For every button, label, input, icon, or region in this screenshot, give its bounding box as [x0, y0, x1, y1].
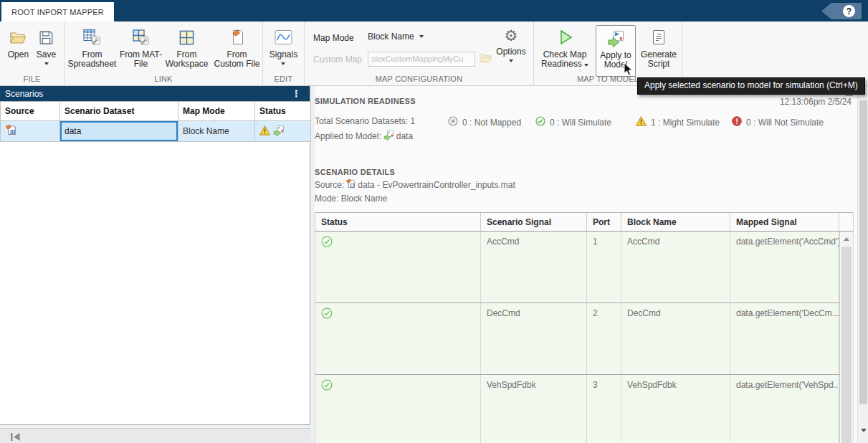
help-button[interactable]: ? [821, 3, 862, 19]
will-simulate-count: 0 : Will Simulate [535, 116, 611, 128]
signal-mapping-table: Status Scenario Signal Port Block Name M… [315, 212, 853, 443]
window-scrollbar-thumb[interactable] [859, 100, 867, 404]
applied-to-model-row: Applied to Model: data [315, 130, 413, 143]
details-source-row: Source: data - EvPowertrainController_in… [315, 178, 515, 191]
mat-file-link-icon [132, 27, 149, 48]
signals-dropdown-arrow[interactable] [281, 62, 285, 65]
simulation-readiness-title: SIMULATION READINESS [315, 97, 416, 105]
table-row[interactable]: DecCmd 2 DecCmd data.getElement('DecCm..… [315, 303, 853, 375]
options-button[interactable]: ⚙ Options [492, 27, 530, 62]
col-map-mode: Map Mode [178, 102, 255, 121]
might-simulate-icon [636, 116, 647, 128]
group-map-to-model: Check Map Readiness Apply to Model Gener… [534, 22, 682, 85]
from-custom-file-button[interactable]: From Custom File [211, 25, 262, 69]
check-circle-icon [321, 239, 333, 249]
scenario-details-title: SCENARIO DETAILS [315, 168, 395, 176]
open-button[interactable]: Open [8, 25, 29, 59]
generate-script-label: Generate Script [638, 50, 679, 69]
applied-to-model-status-icon [273, 125, 285, 138]
will-simulate-icon [535, 116, 545, 128]
custom-map-label: Custom Map [313, 54, 362, 65]
open-folder-icon [9, 27, 27, 48]
map-mode-dropdown-arrow [419, 35, 424, 38]
options-dropdown-arrow[interactable] [509, 59, 513, 62]
might-simulate-count: 1 : Might Simulate [636, 116, 720, 128]
panel-bottom-bar [0, 428, 311, 443]
section-label-edit: EDIT [263, 75, 304, 83]
group-link: From Spreadsheet From MAT-File From Work… [65, 22, 263, 85]
window-scrollbar[interactable] [857, 86, 868, 443]
run-check-icon [555, 27, 574, 48]
scroll-down-icon[interactable] [858, 424, 868, 436]
not-mapped-count: 0 : Not Mapped [448, 116, 521, 128]
scenario-dataset-cell[interactable]: data [60, 121, 178, 142]
table-scrollbar-thumb[interactable] [841, 247, 852, 443]
apply-to-model-icon [607, 27, 625, 49]
mat-source-icon-small [345, 178, 356, 191]
save-icon [39, 27, 54, 48]
collapse-panel-icon[interactable] [10, 432, 21, 443]
will-not-simulate-icon [732, 116, 742, 128]
warning-icon [259, 125, 270, 138]
help-icon: ? [843, 5, 855, 17]
group-file: Open Save FILE [0, 22, 65, 85]
timestamp: 12:13:06pm 2/5/24 [780, 97, 852, 107]
save-dropdown-arrow[interactable] [44, 62, 49, 65]
gear-icon: ⚙ [505, 27, 518, 45]
col-status: Status [315, 213, 481, 231]
col-scrollbar-spacer [839, 213, 854, 231]
from-spreadsheet-button[interactable]: From Spreadsheet [65, 25, 120, 69]
spreadsheet-link-icon [83, 27, 100, 48]
check-map-readiness-label: Check Map Readiness [539, 50, 591, 69]
check-map-readiness-button[interactable]: Check Map Readiness [535, 25, 595, 69]
tooltip: Apply selected scenario to model for sim… [637, 77, 865, 95]
panel-menu-icon[interactable]: ⋮ [292, 88, 301, 99]
from-mat-file-label: From MAT-File [120, 50, 162, 69]
col-block-name: Block Name [621, 213, 730, 231]
mapping-table-header: Status Scenario Signal Port Block Name M… [315, 212, 853, 232]
group-edit: Signals EDIT [263, 22, 305, 85]
table-row[interactable]: AccCmd 1 AccCmd data.getElement('AccCmd'… [315, 232, 853, 303]
mouse-cursor [624, 62, 634, 80]
section-label-link: LINK [65, 75, 262, 83]
col-source: Source [1, 102, 60, 121]
col-scenario-dataset: Scenario Dataset [60, 102, 178, 121]
col-status: Status [255, 102, 311, 121]
signals-wave-icon [275, 27, 292, 48]
table-row[interactable]: VehSpdFdbk 3 VehSpdFdbk data.getElement(… [315, 375, 853, 443]
scenario-source-cell[interactable] [1, 121, 60, 142]
from-mat-file-button[interactable]: From MAT-File [120, 25, 162, 69]
table-scrollbar[interactable] [839, 232, 853, 443]
from-spreadsheet-label: From Spreadsheet [65, 50, 120, 69]
save-button[interactable]: Save [37, 25, 56, 65]
col-mapped-signal: Mapped Signal [730, 213, 839, 231]
scenarios-panel-header: Scenarios ⋮ [0, 86, 310, 101]
mat-source-icon [5, 128, 17, 138]
scenario-map-mode-cell[interactable]: Block Name [178, 121, 255, 142]
tab-root-inport-mapper[interactable]: ROOT INPORT MAPPER [1, 2, 114, 22]
scenario-row[interactable]: data Block Name [1, 121, 311, 142]
check-map-readiness-dropdown-arrow[interactable] [584, 64, 588, 67]
total-datasets: Total Scenario Datasets: 1 [315, 116, 415, 126]
toolstrip: Open Save FILE From Spreadsheet [0, 22, 868, 86]
generate-script-button[interactable]: Generate Script [636, 25, 681, 69]
applied-model-icon [383, 130, 394, 143]
scenario-status-cell[interactable] [255, 121, 311, 142]
signals-button[interactable]: Signals [270, 25, 297, 65]
map-mode-value: Block Name [368, 32, 414, 42]
title-bar: ROOT INPORT MAPPER ? [0, 0, 868, 22]
custom-file-icon [229, 27, 246, 48]
scenarios-panel: Scenarios ⋮ Source Scenario Dataset Map … [0, 86, 310, 425]
custom-map-browse-icon [479, 52, 492, 67]
scenarios-table: Source Scenario Dataset Map Mode Status … [0, 101, 311, 142]
workspace-grid-icon [178, 27, 195, 48]
from-workspace-button[interactable]: From Workspace [162, 25, 211, 69]
section-label-map-configuration: MAP CONFIGURATION [305, 75, 533, 83]
scroll-up-icon[interactable] [840, 234, 853, 244]
save-label: Save [37, 50, 56, 59]
scenarios-header-row: Source Scenario Dataset Map Mode Status [1, 102, 311, 121]
from-custom-file-label: From Custom File [211, 50, 262, 69]
from-workspace-label: From Workspace [162, 50, 211, 69]
map-mode-dropdown[interactable]: Block Name [368, 32, 424, 42]
not-mapped-icon [448, 116, 458, 128]
